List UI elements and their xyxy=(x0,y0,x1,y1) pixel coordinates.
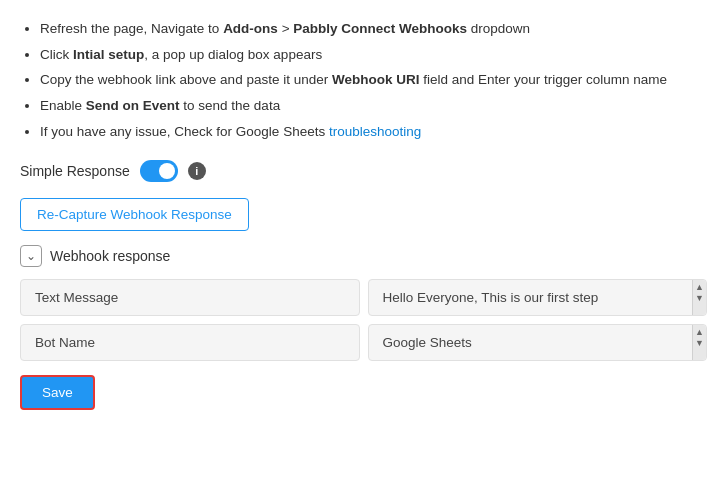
simple-response-toggle[interactable] xyxy=(140,160,178,182)
chevron-symbol: ⌄ xyxy=(26,249,36,263)
bot-name-value: Google Sheets ▲ ▼ xyxy=(368,324,708,361)
instructions-list: Refresh the page, Navigate to Add-ons > … xyxy=(20,16,707,144)
recapture-webhook-button[interactable]: Re-Capture Webhook Response xyxy=(20,198,249,231)
webhook-response-title: Webhook response xyxy=(50,248,170,264)
instruction-item-2: Click Intial setup, a pop up dialog box … xyxy=(40,42,707,68)
instruction-item-5: If you have any issue, Check for Google … xyxy=(40,119,707,145)
info-icon[interactable]: i xyxy=(188,162,206,180)
scrollbar-2[interactable]: ▲ ▼ xyxy=(692,325,706,360)
main-container: Refresh the page, Navigate to Add-ons > … xyxy=(0,0,727,426)
instruction-item-4: Enable Send on Event to send the data xyxy=(40,93,707,119)
webhook-collapse-icon[interactable]: ⌄ xyxy=(20,245,42,267)
simple-response-label: Simple Response xyxy=(20,163,130,179)
scroll-down-icon-2[interactable]: ▼ xyxy=(695,338,704,349)
bot-name-label: Bot Name xyxy=(20,324,360,361)
scroll-up-icon-2[interactable]: ▲ xyxy=(695,327,704,338)
save-button[interactable]: Save xyxy=(20,375,95,410)
instruction-item-1: Refresh the page, Navigate to Add-ons > … xyxy=(40,16,707,42)
text-message-value: Hello Everyone, This is our first step ▲… xyxy=(368,279,708,316)
scroll-up-icon[interactable]: ▲ xyxy=(695,282,704,293)
instruction-item-3: Copy the webhook link above and paste it… xyxy=(40,67,707,93)
webhook-response-header: ⌄ Webhook response xyxy=(20,245,707,267)
text-message-label: Text Message xyxy=(20,279,360,316)
troubleshooting-link[interactable]: troubleshooting xyxy=(329,124,421,139)
scroll-down-icon[interactable]: ▼ xyxy=(695,293,704,304)
instructions-section: Refresh the page, Navigate to Add-ons > … xyxy=(20,16,707,144)
scrollbar[interactable]: ▲ ▼ xyxy=(692,280,706,315)
webhook-fields-grid: Text Message Hello Everyone, This is our… xyxy=(20,279,707,361)
simple-response-row: Simple Response i xyxy=(20,160,707,182)
